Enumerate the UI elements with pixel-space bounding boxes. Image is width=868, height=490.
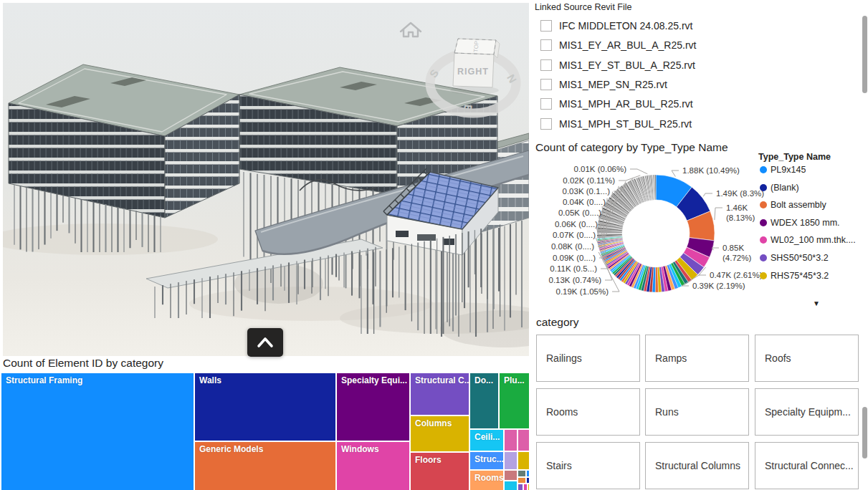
legend-label: WDEX 1850 mm. — [771, 218, 840, 228]
treemap-cell-label: Plu... — [500, 373, 529, 385]
treemap-cell-cell[interactable] — [518, 484, 523, 490]
treemap-cell-cell[interactable] — [505, 452, 517, 469]
category-button-label: Structural Connec... — [765, 460, 854, 471]
donut-callout: 0.08K (0....) — [551, 242, 594, 251]
treemap-cell-label: Floors — [411, 453, 469, 465]
treemap-cell-label: Ceili... — [470, 430, 503, 442]
treemap-cell-windows[interactable]: Windows — [337, 442, 409, 490]
checkbox[interactable] — [540, 98, 552, 110]
legend-dot — [760, 201, 767, 208]
donut-callout: 0.13K (0.74%) — [548, 276, 601, 284]
legend-label: SHS50*50*3.2 — [771, 253, 829, 263]
treemap-cell-do[interactable]: Do... — [470, 373, 498, 428]
treemap-cell-cell[interactable] — [518, 478, 525, 483]
category-button-structural-connec[interactable]: Structural Connec... — [755, 442, 859, 489]
file-checkbox-item[interactable]: MIS1_MPH_AR_BUL_R25.rvt — [535, 96, 693, 112]
donut-callout: 0.01K (0.06%) — [573, 165, 626, 173]
legend-dot — [760, 184, 767, 191]
legend-dot — [760, 166, 767, 173]
treemap-cell-walls[interactable]: Walls — [195, 373, 335, 441]
category-button-specialty-equipm[interactable]: Specialty Equipm... — [755, 388, 859, 436]
legend-dot — [760, 272, 767, 279]
treemap-cell-floors[interactable]: Floors — [411, 453, 469, 490]
treemap-cell-cell[interactable] — [505, 481, 517, 490]
treemap-cell-label: Do... — [470, 373, 498, 385]
file-checkbox-item[interactable]: MIS1_MPH_ST_BUL_R25.rvt — [535, 116, 692, 132]
category-scrollbar-thumb[interactable] — [862, 407, 867, 458]
category-button-stairs[interactable]: Stairs — [536, 442, 640, 489]
category-button-runs[interactable]: Runs — [645, 388, 749, 436]
treemap-cell-cell[interactable] — [518, 430, 529, 451]
checkbox[interactable] — [540, 79, 552, 90]
donut-callout: 0.85K(4.72%) — [722, 244, 751, 262]
category-button-roofs[interactable]: Roofs — [755, 335, 859, 382]
donut-callout: 0.06K (0....) — [555, 220, 598, 229]
treemap-cell-cell[interactable] — [528, 484, 529, 490]
donut-callout: 1.46K(8.13%) — [726, 203, 755, 222]
treemap-cell-columns[interactable]: Columns — [411, 416, 469, 451]
files-scrollbar-thumb[interactable] — [862, 16, 867, 93]
category-button-label: Specialty Equipm... — [765, 406, 851, 418]
checkbox[interactable] — [540, 39, 552, 51]
legend-dot — [760, 236, 767, 244]
checkbox[interactable] — [540, 59, 552, 71]
donut-callout: 0.03K (0.1...) — [563, 187, 611, 196]
legend-item-blank[interactable]: (Blank) — [760, 183, 799, 193]
category-button-label: Runs — [655, 406, 679, 418]
legend-label: Bolt assembly — [771, 200, 826, 210]
treemap-cell-label: Rooms — [470, 471, 503, 483]
category-button-label: Roofs — [765, 352, 791, 364]
expand-button[interactable] — [247, 328, 283, 357]
svg-text:E: E — [462, 104, 474, 112]
legend-label: PL9x145 — [771, 165, 806, 175]
legend-item-shs50-50-3-2[interactable]: SHS50*50*3.2 — [760, 253, 829, 263]
category-slicer: RailingsRampsRoofsRoomsRunsSpecialty Equ… — [536, 335, 859, 489]
legend-item-wl02-100-mm-thk[interactable]: WL02_100 mm.thk.... — [760, 235, 856, 245]
legend-label: RHS75*45*3.2 — [771, 271, 829, 281]
legend-dot — [760, 254, 767, 261]
legend-item-pl9x145[interactable]: PL9x145 — [760, 165, 806, 175]
treemap-cell-cell[interactable] — [505, 430, 517, 451]
treemap-chart: Structural FramingWallsGeneric ModelsSpe… — [1, 373, 529, 490]
checkbox[interactable] — [540, 20, 552, 32]
treemap-cell-generic-models[interactable]: Generic Models — [195, 442, 335, 490]
treemap-cell-cell[interactable] — [505, 471, 517, 480]
treemap-cell-cell[interactable] — [524, 484, 527, 490]
treemap-cell-ceili[interactable]: Ceili... — [470, 430, 503, 451]
file-checkbox-item[interactable]: MIS1_MEP_SN_R25.rvt — [535, 77, 667, 92]
donut-callout: 0.04K (0....) — [563, 198, 606, 206]
treemap-cell-structural-c[interactable]: Structural C... — [411, 373, 469, 415]
treemap-cell-label: Struc... — [470, 452, 503, 464]
chevron-down-icon[interactable]: ▼ — [813, 299, 820, 307]
treemap-cell-cell[interactable] — [527, 471, 529, 476]
treemap-cell-cell[interactable] — [518, 452, 529, 469]
category-button-structural-columns[interactable]: Structural Columns — [645, 442, 749, 489]
checkbox[interactable] — [540, 118, 552, 130]
category-button-label: Structural Columns — [655, 460, 740, 471]
donut-callout: 0.19K (1.05%) — [555, 287, 609, 296]
donut-callout: 0.02K (0.11%) — [563, 176, 615, 185]
treemap-cell-label: Structural C... — [411, 373, 469, 385]
category-button-railings[interactable]: Railings — [536, 335, 640, 382]
treemap-cell-plu[interactable]: Plu... — [500, 373, 529, 428]
category-button-label: Railings — [546, 352, 582, 364]
donut-legend: Type_Type Name PL9x145(Blank)Bolt assemb… — [758, 152, 868, 315]
treemap-cell-structural-framing[interactable]: Structural Framing — [1, 373, 194, 490]
treemap-cell-specialty-equi[interactable]: Specialty Equi... — [337, 373, 409, 441]
3d-model-viewer[interactable]: S E N RIGHT TOP — [3, 3, 529, 356]
treemap-cell-struc[interactable]: Struc... — [470, 452, 503, 469]
legend-item-bolt-assembly[interactable]: Bolt assembly — [760, 200, 826, 210]
treemap-cell-label: Structural Framing — [1, 373, 194, 385]
file-checkbox-item[interactable]: MIS1_EY_AR_BUL_A_R25.rvt — [535, 37, 696, 53]
category-button-rooms[interactable]: Rooms — [536, 388, 640, 436]
treemap-cell-cell[interactable] — [527, 478, 529, 483]
category-button-label: Ramps — [655, 352, 687, 364]
legend-item-rhs75-45-3-2[interactable]: RHS75*45*3.2 — [760, 271, 829, 281]
treemap-cell-rooms[interactable]: Rooms — [470, 471, 503, 490]
file-checkbox-item[interactable]: IFC MIDDLETON 24.08.25.rvt — [535, 18, 692, 34]
treemap-cell-cell[interactable] — [518, 471, 525, 476]
category-button-ramps[interactable]: Ramps — [645, 335, 749, 382]
bim-model-canvas[interactable]: S E N RIGHT TOP — [3, 3, 529, 356]
file-checkbox-item[interactable]: MIS1_EY_ST_BUL_A_R25.rvt — [535, 57, 695, 73]
legend-item-wdex-1850-mm[interactable]: WDEX 1850 mm. — [760, 218, 840, 228]
